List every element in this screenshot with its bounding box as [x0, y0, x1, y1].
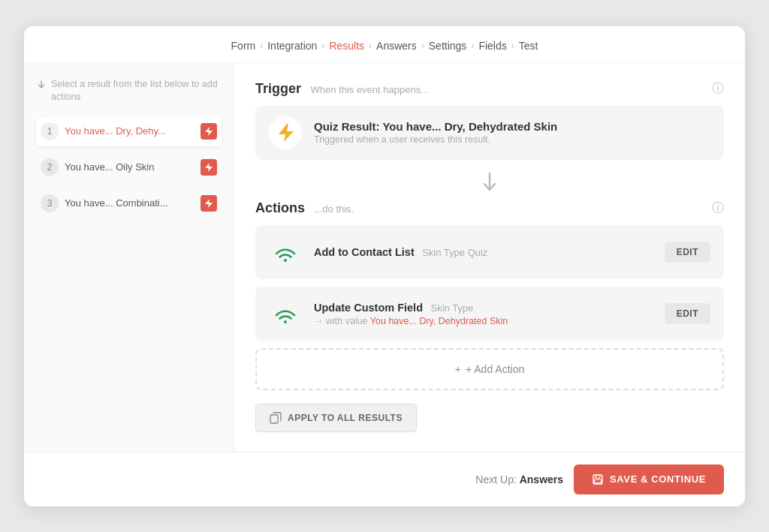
nav-item-integration[interactable]: Integration: [267, 40, 317, 52]
result-item-3[interactable]: 3 You have... Combinati...: [36, 188, 222, 218]
wifi-icon-1: [272, 239, 299, 266]
trigger-lightning-circle: [269, 116, 302, 149]
actions-title-group: Actions ...do this.: [255, 200, 354, 216]
actions-info-icon[interactable]: ⓘ: [712, 200, 724, 216]
action-2-wifi-icon: [269, 297, 302, 330]
nav-item-test[interactable]: Test: [519, 40, 538, 52]
lightning-icon-2: [204, 162, 213, 173]
lightning-badge-2: [201, 159, 217, 176]
top-nav: Form › Integration › Results › Answers ›…: [24, 26, 745, 63]
svg-point-0: [284, 259, 287, 262]
actions-title: Actions: [255, 200, 305, 215]
trigger-card: Quiz Result: You have... Dry, Dehydrated…: [255, 106, 724, 160]
lightning-icon-3: [204, 198, 213, 209]
svg-rect-4: [596, 475, 600, 478]
svg-point-1: [284, 320, 287, 323]
trigger-section-header: Trigger When this event happens... ⓘ: [255, 81, 724, 97]
copy-icon: [270, 412, 282, 424]
main-content: Trigger When this event happens... ⓘ Qui…: [234, 63, 745, 452]
sidebar: Select a result from the list below to a…: [24, 63, 234, 452]
lightning-icon-1: [204, 126, 213, 137]
arrow-down-icon: [36, 80, 47, 90]
nav-chevron-2: ›: [321, 41, 324, 51]
action-1-edit-button[interactable]: EDIT: [665, 242, 710, 263]
result-label-2: You have... Oily Skin: [65, 161, 195, 173]
nav-item-settings[interactable]: Settings: [429, 40, 467, 52]
apply-to-all-button[interactable]: APPLY TO ALL RESULTS: [255, 404, 417, 432]
action-2-edit-button[interactable]: EDIT: [665, 303, 710, 324]
action-2-text: Update Custom Field Skin Type → with val…: [314, 301, 508, 326]
main-body: Select a result from the list below to a…: [24, 63, 745, 452]
action-2-title: Update Custom Field: [314, 302, 423, 314]
actions-subtitle: ...do this.: [314, 203, 354, 215]
action-2-subtitle: Skin Type: [430, 302, 473, 314]
action-2-detail-arrow: → with value: [314, 316, 368, 326]
nav-chevron-6: ›: [511, 41, 514, 51]
nav-chevron-5: ›: [471, 41, 474, 51]
nav-item-form[interactable]: Form: [231, 40, 256, 52]
wifi-icon-2: [272, 300, 299, 327]
trigger-card-text: Quiz Result: You have... Dry, Dehydrated…: [314, 120, 557, 145]
action-1-wifi-icon: [269, 236, 302, 269]
action-card-2: Update Custom Field Skin Type → with val…: [255, 287, 724, 341]
nav-chevron-1: ›: [260, 41, 263, 51]
action-2-detail: → with value You have... Dry, Dehydrated…: [314, 316, 508, 326]
svg-rect-5: [595, 479, 602, 483]
trigger-lightning-icon: [277, 123, 294, 143]
nav-chevron-3: ›: [369, 41, 372, 51]
trigger-card-title: Quiz Result: You have... Dry, Dehydrated…: [314, 120, 557, 133]
trigger-info-icon[interactable]: ⓘ: [712, 81, 724, 97]
apply-section: APPLY TO ALL RESULTS: [255, 404, 724, 432]
arrow-connector: [255, 167, 724, 197]
result-item-1[interactable]: 1 You have... Dry, Dehy...: [36, 116, 222, 146]
main-card: Form › Integration › Results › Answers ›…: [24, 26, 745, 506]
sidebar-hint: Select a result from the list below to a…: [36, 78, 222, 104]
trigger-title: Trigger: [255, 81, 301, 96]
result-item-2[interactable]: 2 You have... Oily Skin: [36, 152, 222, 182]
result-num-3: 3: [41, 194, 59, 212]
trigger-card-subtitle: Triggered when a user receives this resu…: [314, 134, 557, 145]
trigger-title-group: Trigger When this event happens...: [255, 81, 429, 97]
action-1-title: Add to Contact List: [314, 246, 415, 258]
save-icon: [592, 473, 604, 485]
action-1-text: Add to Contact List Skin Type Quiz: [314, 245, 487, 259]
nav-item-results[interactable]: Results: [329, 40, 364, 52]
action-1-subtitle: Skin Type Quiz: [422, 247, 487, 258]
add-action-label: + Add Action: [466, 363, 524, 375]
save-continue-button[interactable]: SAVE & CONTINUE: [574, 464, 724, 494]
add-action-box[interactable]: + + Add Action: [255, 348, 724, 390]
result-label-3: You have... Combinati...: [65, 197, 195, 209]
nav-item-fields[interactable]: Fields: [478, 40, 506, 52]
footer-next-value: Answers: [520, 473, 563, 485]
action-card-1: Add to Contact List Skin Type Quiz EDIT: [255, 225, 724, 279]
trigger-subtitle: When this event happens...: [310, 84, 429, 95]
apply-button-label: APPLY TO ALL RESULTS: [288, 413, 403, 423]
add-action-icon: +: [455, 363, 461, 375]
save-continue-label: SAVE & CONTINUE: [610, 473, 706, 485]
action-2-detail-highlight: You have... Dry, Dehydrated Skin: [370, 316, 508, 326]
actions-section-header: Actions ...do this. ⓘ: [255, 200, 724, 216]
nav-chevron-4: ›: [421, 41, 424, 51]
result-num-1: 1: [41, 122, 59, 140]
footer-next-label: Next Up: Answers: [475, 473, 563, 485]
lightning-badge-1: [201, 123, 217, 140]
action-2-title-row: Update Custom Field Skin Type: [314, 301, 508, 314]
result-label-1: You have... Dry, Dehy...: [65, 125, 195, 137]
lightning-badge-3: [201, 195, 217, 212]
result-num-2: 2: [41, 158, 59, 176]
arrow-down-connector-icon: [481, 172, 499, 193]
svg-rect-2: [270, 415, 278, 423]
footer: Next Up: Answers SAVE & CONTINUE: [24, 452, 745, 506]
nav-item-answers[interactable]: Answers: [376, 40, 417, 52]
